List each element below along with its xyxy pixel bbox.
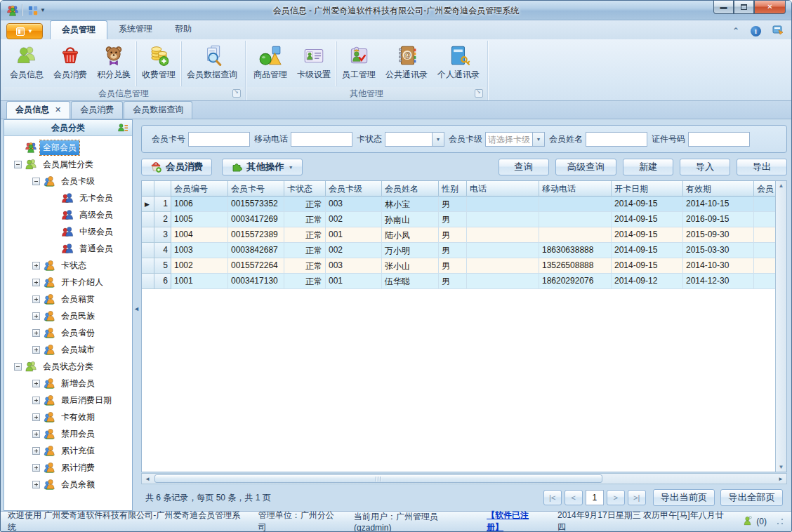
page-number-input[interactable] [586, 490, 604, 505]
filter-select-卡状态[interactable]: ▼ [385, 132, 444, 147]
chevron-down-icon[interactable]: ▼ [432, 133, 444, 146]
table-row[interactable]: ▶110060015573352正常003林小宝男2014-09-152014-… [142, 197, 775, 212]
row-selector-cell[interactable]: ▶ [142, 197, 154, 212]
toolbar-button-导出[interactable]: 导出 [737, 159, 787, 175]
next-page-button[interactable]: > [607, 490, 625, 505]
chevron-down-icon[interactable]: ▼ [532, 133, 544, 146]
tree-item-会员民族[interactable]: 会员民族 [4, 307, 132, 324]
column-header-电话[interactable]: 电话 [467, 181, 539, 197]
filter-select-会员卡级[interactable]: 请选择卡级▼ [485, 132, 545, 147]
collapse-icon[interactable] [14, 161, 22, 168]
export-current-page-button[interactable]: 导出当前页 [653, 489, 715, 506]
tree-item-中级会员[interactable]: 中级会员 [4, 223, 132, 240]
ribbon-tab-帮助[interactable]: 帮助 [164, 20, 203, 39]
maximize-button[interactable] [734, 1, 754, 14]
ribbon-button-积分兑换[interactable]: 积分兑换 [92, 41, 136, 86]
ribbon-button-会员数据查询[interactable]: 会员数据查询 [181, 41, 242, 86]
row-selector-cell[interactable] [142, 227, 154, 243]
ribbon-button-会员消费[interactable]: 会员消费 [48, 41, 92, 86]
expand-icon[interactable] [32, 464, 40, 472]
tree-item-禁用会员[interactable]: 禁用会员 [4, 425, 132, 442]
vertical-scrollbar[interactable]: ▲ ▼ [775, 181, 786, 472]
feedback-mail-icon[interactable] [772, 25, 784, 37]
expand-icon[interactable] [32, 380, 40, 387]
toolbar-button-导入[interactable]: 导入 [680, 159, 730, 175]
ribbon-button-公共通讯录[interactable]: @公共通讯录 [381, 41, 433, 86]
column-header-移动电话[interactable]: 移动电话 [539, 181, 612, 197]
column-header-会员[interactable]: 会员 [754, 181, 775, 197]
expand-icon[interactable] [32, 430, 40, 438]
row-selector-cell[interactable] [142, 258, 154, 274]
expand-icon[interactable] [32, 413, 40, 421]
column-header-性别[interactable]: 性别 [439, 181, 467, 197]
collapse-icon[interactable] [32, 178, 40, 185]
tree-item-卡有效期[interactable]: 卡有效期 [4, 408, 132, 425]
online-users-icon[interactable] [742, 515, 753, 528]
ribbon-button-卡级设置[interactable]: 卡级设置 [292, 41, 336, 86]
table-row[interactable]: 610010003417130正常001伍华聪男186202920762014-… [142, 274, 775, 289]
scroll-up-icon[interactable]: ▲ [779, 182, 784, 189]
column-header-卡状态[interactable]: 卡状态 [284, 181, 326, 197]
ribbon-button-商品管理[interactable]: 商品管理 [249, 41, 292, 86]
close-tab-icon[interactable]: ✕ [55, 105, 61, 114]
ribbon-button-会员信息[interactable]: 会员信息 [5, 41, 48, 86]
close-button[interactable]: ✕ [754, 1, 786, 14]
tree-item-会员状态分类[interactable]: 会员状态分类 [4, 358, 132, 375]
dialog-launcher-icon[interactable] [232, 89, 241, 98]
horizontal-scrollbar[interactable]: ◄ ► [141, 473, 787, 484]
tree-item-无卡会员[interactable]: 无卡会员 [4, 189, 132, 206]
grid-corner-header[interactable] [154, 181, 171, 197]
table-row[interactable]: 310040015572389正常001陆小凤男2014-09-152015-0… [142, 227, 775, 243]
filter-input-移动电话[interactable] [291, 132, 352, 147]
tree-item-开卡介绍人[interactable]: 开卡介绍人 [4, 274, 132, 291]
tree-item-新增会员[interactable]: 新增会员 [4, 375, 132, 392]
minimize-button[interactable]: ▬ [713, 1, 734, 14]
column-header-有效期[interactable]: 有效期 [683, 181, 754, 197]
document-tab-会员数据查询[interactable]: 会员数据查询 [124, 101, 192, 119]
tree-item-会员卡级[interactable]: 会员卡级 [4, 173, 132, 189]
expand-icon[interactable] [32, 329, 40, 337]
tree-item-累计消费[interactable]: 累计消费 [4, 459, 132, 476]
expand-icon[interactable] [32, 346, 40, 354]
application-menu-button[interactable]: ▼ [6, 23, 43, 39]
expand-icon[interactable] [32, 312, 40, 320]
column-header-会员卡号[interactable]: 会员卡号 [228, 181, 284, 197]
toolbar-button-其他操作[interactable]: 其他操作▼ [222, 159, 302, 175]
toolbar-button-会员消费[interactable]: 会员消费 [141, 159, 212, 175]
document-tab-会员信息[interactable]: 会员信息✕ [6, 101, 70, 119]
toolbar-button-查询[interactable]: 查询 [499, 159, 549, 175]
scroll-down-icon[interactable]: ▼ [779, 464, 784, 470]
expand-icon[interactable] [32, 397, 40, 404]
tree-item-会员余额[interactable]: 会员余额 [4, 476, 132, 493]
sidebar-splitter[interactable]: ◄ [133, 119, 140, 511]
tree-item-最后消费日期[interactable]: 最后消费日期 [4, 392, 132, 408]
row-selector-cell[interactable] [142, 212, 154, 227]
filter-input-会员卡号[interactable] [188, 132, 250, 147]
filter-input-证件号码[interactable] [688, 132, 750, 147]
about-info-icon[interactable]: i [751, 26, 761, 36]
license-status-link[interactable]: 【软件已注册】 [487, 510, 545, 532]
category-manage-icon[interactable] [117, 122, 128, 133]
prev-page-button[interactable]: < [565, 490, 583, 505]
ribbon-button-个人通讯录[interactable]: 个人通讯录 [433, 41, 484, 86]
tree-item-全部会员[interactable]: 全部会员 [4, 139, 132, 156]
expand-icon[interactable] [32, 481, 40, 488]
tree-item-会员省份[interactable]: 会员省份 [4, 324, 132, 341]
tree-item-高级会员[interactable]: 高级会员 [4, 206, 132, 223]
scroll-right-icon[interactable]: ► [775, 474, 786, 484]
expand-icon[interactable] [32, 262, 40, 270]
scrollbar-track[interactable] [153, 474, 775, 484]
tree-item-普通会员[interactable]: 普通会员 [4, 240, 132, 257]
scroll-left-icon[interactable]: ◄ [142, 474, 153, 484]
tree-item-累计充值[interactable]: 累计充值 [4, 442, 132, 459]
toolbar-button-高级查询[interactable]: 高级查询 [555, 159, 616, 175]
table-row[interactable]: 210050003417269正常002孙南山男2014-09-152016-0… [142, 212, 775, 227]
collapse-ribbon-icon[interactable] [732, 29, 739, 33]
tree-item-会员城市[interactable]: 会员城市 [4, 341, 132, 358]
dialog-launcher-icon[interactable] [475, 89, 483, 98]
expand-icon[interactable] [32, 279, 40, 286]
last-page-button[interactable]: >| [628, 490, 646, 505]
ribbon-button-员工管理[interactable]: 员工管理 [336, 41, 381, 86]
expand-icon[interactable] [32, 447, 40, 455]
expand-icon[interactable] [32, 295, 40, 303]
